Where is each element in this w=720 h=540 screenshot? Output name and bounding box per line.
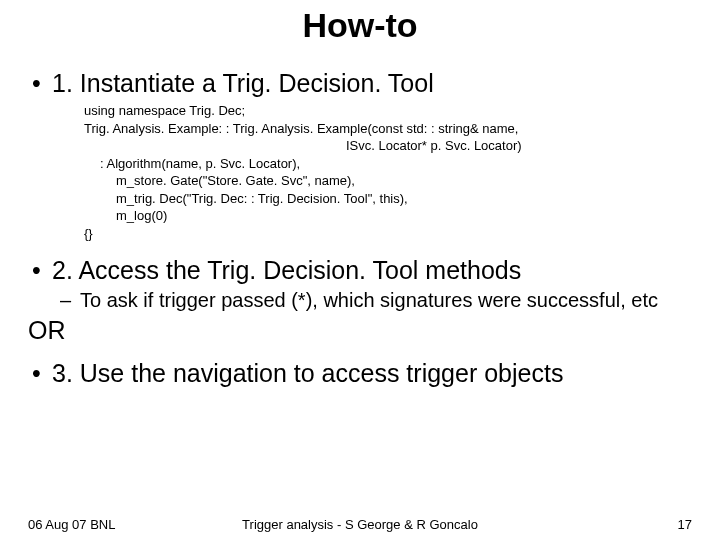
- code-line: using namespace Trig. Dec;: [84, 102, 692, 120]
- bullet-3: 3. Use the navigation to access trigger …: [28, 359, 692, 388]
- bullet-2: 2. Access the Trig. Decision. Tool metho…: [28, 256, 692, 285]
- code-line: m_store. Gate("Store. Gate. Svc", name),: [116, 172, 692, 190]
- or-text: OR: [28, 316, 692, 345]
- code-line: m_log(0): [116, 207, 692, 225]
- code-line: ISvc. Locator* p. Svc. Locator): [346, 137, 692, 155]
- code-line: Trig. Analysis. Example: : Trig. Analysi…: [84, 120, 692, 138]
- slide-title: How-to: [0, 6, 720, 45]
- code-line: m_trig. Dec("Trig. Dec: : Trig. Decision…: [116, 190, 692, 208]
- sub-bullet-2: To ask if trigger passed (*), which sign…: [60, 289, 692, 312]
- bullet-1: 1. Instantiate a Trig. Decision. Tool: [28, 69, 692, 98]
- footer: 06 Aug 07 BNL Trigger analysis - S Georg…: [0, 517, 720, 532]
- page-number: 17: [678, 517, 692, 532]
- code-line: : Algorithm(name, p. Svc. Locator),: [100, 155, 692, 173]
- code-block: using namespace Trig. Dec; Trig. Analysi…: [84, 102, 692, 242]
- code-line: {}: [84, 225, 692, 243]
- footer-date: 06 Aug 07 BNL: [28, 517, 115, 532]
- slide-content: 1. Instantiate a Trig. Decision. Tool us…: [0, 45, 720, 388]
- slide: How-to 1. Instantiate a Trig. Decision. …: [0, 6, 720, 540]
